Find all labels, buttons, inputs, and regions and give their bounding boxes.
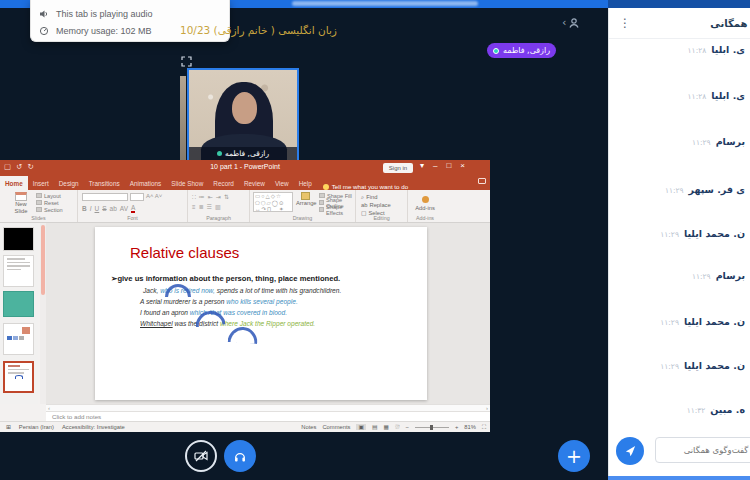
ribbon-options-icon[interactable]: ▾ bbox=[420, 161, 424, 170]
expand-video-icon[interactable] bbox=[181, 56, 192, 67]
secondary-video-edge bbox=[180, 76, 186, 160]
underline-button[interactable]: U bbox=[95, 205, 100, 212]
align-icons[interactable]: ≡≣☰▥ bbox=[192, 203, 246, 210]
audio-toggle-button[interactable] bbox=[224, 440, 256, 472]
tab-slide-show[interactable]: Slide Show bbox=[166, 176, 208, 190]
replace-button[interactable]: abReplace bbox=[361, 201, 407, 209]
tell-me-text: Tell me what you want to do bbox=[332, 183, 408, 190]
section-button[interactable]: Section bbox=[36, 206, 63, 213]
addins-button[interactable]: Add-ins bbox=[408, 205, 442, 212]
message-sender: برسام bbox=[716, 136, 745, 147]
chat-message[interactable]: ۱۱:۲۹ ن. محمد ایلیا bbox=[660, 228, 745, 239]
thumbnail-scrollbar-thumb[interactable] bbox=[41, 225, 45, 295]
view-slideshow-icon[interactable]: ⛆ bbox=[395, 424, 400, 431]
slide-hscrollbar[interactable]: ‹› bbox=[46, 404, 490, 412]
chat-input[interactable] bbox=[655, 437, 750, 463]
tab-insert[interactable]: Insert bbox=[28, 176, 54, 190]
view-sorter-icon[interactable]: ▤ bbox=[372, 424, 377, 430]
video-name-text: رازقی, فاطمه bbox=[225, 149, 269, 158]
chat-message[interactable]: ۱۱:۲۸ ی. ابلیا bbox=[688, 44, 745, 55]
send-icon bbox=[624, 445, 637, 458]
message-sender: ی. ابلیا bbox=[711, 90, 745, 101]
zoom-out-button[interactable]: − bbox=[406, 424, 409, 430]
arrange-button[interactable]: Arrange bbox=[296, 192, 316, 213]
ribbon-group-slides: New Slide Layout Reset Section Slides bbox=[0, 190, 78, 222]
zoom-slider[interactable] bbox=[415, 427, 449, 428]
zoom-slider-knob[interactable] bbox=[430, 425, 433, 430]
add-content-button[interactable]: + bbox=[558, 440, 590, 472]
chat-message[interactable]: ۱۱:۳۲ ه. مبین bbox=[687, 404, 745, 415]
pen-annotation-arc-3 bbox=[227, 326, 258, 344]
char-spacing-icon[interactable]: AV bbox=[120, 205, 128, 212]
tab-help[interactable]: Help bbox=[294, 176, 317, 190]
group-label-editing: Editing bbox=[356, 215, 407, 221]
list-indent-icons[interactable]: ∷≔⇤⇥⇅ bbox=[192, 193, 246, 200]
grow-shrink-font-icons[interactable]: A˄ A˅ bbox=[146, 193, 162, 201]
new-slide-button[interactable]: New Slide bbox=[10, 192, 32, 215]
italic-button[interactable]: I bbox=[90, 205, 92, 212]
bold-button[interactable]: B bbox=[82, 205, 87, 212]
sign-in-button[interactable]: Sign in bbox=[383, 163, 413, 173]
send-message-button[interactable] bbox=[616, 437, 644, 465]
pen-annotation-arc-1 bbox=[165, 284, 191, 297]
slide-thumbnail-4[interactable] bbox=[3, 323, 34, 355]
chat-message[interactable]: ۱۱:۲۹ ی فر. سپهر bbox=[665, 184, 745, 195]
chat-message[interactable]: ۱۱:۲۸ ی. ابلیا bbox=[688, 90, 745, 101]
addins-icon[interactable] bbox=[422, 196, 429, 203]
teacher-video[interactable]: رازقی, فاطمه bbox=[187, 68, 299, 162]
notes-pane[interactable]: Click to add notes bbox=[46, 412, 490, 421]
tab-home[interactable]: Home bbox=[0, 176, 28, 190]
lightbulb-icon bbox=[323, 184, 329, 190]
chat-message[interactable]: ۱۱:۲۹ برسام bbox=[692, 270, 745, 281]
zoom-level[interactable]: 81% bbox=[464, 424, 476, 430]
fit-to-window-icon[interactable]: ⛶ bbox=[482, 424, 486, 431]
tab-design[interactable]: Design bbox=[54, 176, 84, 190]
share-comment-icon[interactable] bbox=[478, 178, 486, 184]
tab-record[interactable]: Record bbox=[208, 176, 239, 190]
ppt-titlebar[interactable]: ▢ ↺ ↻ 10 part 1 - PowerPoint Sign in ▾ –… bbox=[0, 160, 490, 176]
layout-button[interactable]: Layout bbox=[36, 192, 63, 199]
message-time: ۱۱:۲۹ bbox=[692, 138, 711, 147]
message-time: ۱۱:۲۹ bbox=[660, 318, 679, 327]
chat-message[interactable]: ۱۱:۲۹ ن. محمد ایلیا bbox=[660, 360, 745, 371]
participants-toggle[interactable]: ‹ bbox=[562, 16, 580, 29]
tab-review[interactable]: Review bbox=[239, 176, 270, 190]
tell-me-box[interactable]: Tell me what you want to do bbox=[317, 183, 414, 190]
find-button[interactable]: ⌕Find bbox=[361, 193, 407, 201]
group-label-slides: Slides bbox=[0, 215, 77, 221]
font-color-icon[interactable]: A bbox=[131, 204, 135, 213]
view-normal-icon[interactable]: ▣ bbox=[356, 424, 365, 430]
slide-bullet-line: ➢give us information about the person, t… bbox=[111, 274, 340, 283]
notes-toggle[interactable]: Notes bbox=[301, 424, 316, 430]
slide-thumbnail-5-selected[interactable] bbox=[3, 361, 34, 393]
slide-thumbnail-2[interactable] bbox=[3, 255, 34, 287]
tab-animations[interactable]: Animations bbox=[125, 176, 167, 190]
slide-thumbnail-3[interactable] bbox=[3, 291, 34, 317]
minimize-button[interactable]: – bbox=[433, 161, 437, 170]
slide-thumbnail-panel bbox=[0, 223, 38, 404]
slide-thumbnail-1[interactable] bbox=[3, 227, 34, 251]
view-reading-icon[interactable]: ▦ bbox=[383, 424, 388, 430]
restore-button[interactable]: □ bbox=[446, 161, 451, 170]
presenter-badge[interactable]: رازقی, فاطمه bbox=[487, 43, 556, 58]
chat-message[interactable]: ۱۱:۲۹ برسام bbox=[692, 136, 745, 147]
shapes-gallery[interactable]: ▭○△◇☆⬠⬡▱◯⊙↔↷⊓⌒✦ bbox=[253, 192, 293, 212]
close-button[interactable]: × bbox=[460, 161, 465, 170]
tab-transitions[interactable]: Transitions bbox=[84, 176, 125, 190]
person-icon bbox=[568, 17, 580, 29]
chat-message[interactable]: ۱۱:۲۹ ن. محمد ایلیا bbox=[660, 316, 745, 327]
zoom-in-button[interactable]: + bbox=[455, 424, 458, 430]
comments-toggle[interactable]: Comments bbox=[322, 424, 350, 430]
strikethrough-button[interactable]: S bbox=[102, 205, 106, 212]
font-size-box[interactable] bbox=[130, 193, 144, 201]
accessibility-status[interactable]: Accessibility: Investigate bbox=[62, 424, 125, 430]
chat-menu-icon[interactable]: ⋮ bbox=[619, 16, 631, 30]
font-name-box[interactable] bbox=[82, 193, 128, 201]
tab-view[interactable]: View bbox=[270, 176, 294, 190]
camera-toggle-button[interactable] bbox=[185, 440, 217, 472]
shape-effects-button[interactable]: Shape Effects bbox=[319, 206, 353, 213]
text-shadow-button[interactable]: ab bbox=[110, 205, 117, 212]
reset-button[interactable]: Reset bbox=[36, 199, 63, 206]
language-status[interactable]: Persian (Iran) bbox=[19, 424, 54, 430]
presenter-status-dot-icon bbox=[493, 48, 499, 54]
